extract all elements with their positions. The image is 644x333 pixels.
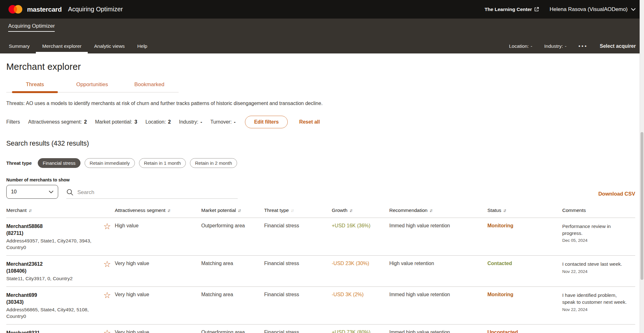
nav-location-filter[interactable]: Location:- (509, 43, 532, 49)
chevron-down-icon (49, 191, 53, 193)
table-controls: Number of merchants to show 10 Download … (6, 177, 635, 199)
table-row[interactable]: Merchant58868 (82711) Address49357, Stat… (6, 218, 635, 255)
bookmark-star-icon[interactable]: ☆ (103, 222, 111, 231)
column-header[interactable]: Recommendation ↓↑ (389, 208, 487, 213)
market-potential: Matching area (201, 261, 264, 282)
growth-value: -USD 3K (2%) (332, 292, 389, 320)
comments-cell: I contacted steve last week. Nov 22, 202… (562, 261, 635, 282)
edit-filters-button[interactable]: Edit filters (245, 116, 288, 128)
tab-bookmarked[interactable]: Bookmarked (121, 81, 178, 92)
table-body: Merchant58868 (82711) Address49357, Stat… (6, 218, 635, 333)
scrollbar-thumb[interactable] (641, 132, 643, 280)
attractiveness-segment: Very high value (115, 330, 201, 333)
recommendation: Immed high value retention (389, 223, 487, 251)
vertical-scrollbar[interactable] (640, 0, 644, 333)
recommendation: Immed high value retention (389, 330, 487, 333)
merchant-name: Merchant9331 (6, 330, 97, 333)
column-header[interactable]: Status ↓↑ (487, 208, 562, 213)
nav-item-help[interactable]: Help (137, 39, 148, 53)
merchant-address: State11, City3917, 0, Country2 (6, 275, 73, 282)
bookmark-star-icon[interactable]: ☆ (103, 260, 111, 269)
table-row[interactable]: Merchant23612 (108406) State11, City3917… (6, 255, 635, 286)
product-tab-acquiring-optimizer[interactable]: Acquiring Optimizer (8, 23, 55, 32)
search-input[interactable] (77, 189, 238, 196)
main-nav: Acquiring Optimizer Summary Merchant exp… (0, 19, 644, 53)
comments-cell: I have identified problem, speak to cust… (562, 292, 635, 320)
sort-icon: ↓↑ (349, 208, 352, 213)
sort-icon: ↓↑ (238, 208, 240, 213)
column-header[interactable]: Merchant ↓↑ (6, 208, 115, 213)
recommendation: High value retention (389, 261, 487, 282)
merchants-count-select[interactable]: 10 (6, 185, 58, 199)
filter-items: Attractiveness segment:2 Market potentia… (28, 119, 236, 125)
nav-item-summary[interactable]: Summary (8, 39, 30, 53)
comment-date: Nov 22, 2024 (562, 307, 630, 312)
threat-type-chip[interactable]: Retain in 2 month (190, 158, 237, 168)
merchant-id: (82711) (6, 230, 97, 237)
threat-type-chip[interactable]: Financial stress (38, 158, 80, 168)
comments-cell: Performance review in progress. Dec 05, … (562, 223, 635, 251)
page-tabs: Threats Opportunities Bookmarked (6, 81, 179, 92)
comments-cell: - (562, 330, 635, 333)
bookmark-star-icon[interactable]: ☆ (103, 291, 111, 300)
search-field (66, 189, 238, 199)
external-link-icon (534, 7, 539, 12)
merchant-address: Address56865, State4, City492, 5108, Cou… (6, 307, 97, 320)
threat-type-chips: Financial stress Retain immediately Reta… (38, 158, 237, 168)
sort-icon: ↓↑ (503, 208, 506, 213)
table-row[interactable]: Merchant699 (30343) Address56865, State4… (6, 286, 635, 324)
nav-item-analytic-views[interactable]: Analytic views (93, 39, 125, 53)
attractiveness-segment: High value (115, 223, 201, 251)
tab-opportunities[interactable]: Opportunities (64, 81, 121, 92)
merchants-count-value: 10 (11, 189, 17, 195)
chevron-down-icon (631, 8, 636, 11)
merchant-address: Address49357, State1, City2470, 3943, Co… (6, 238, 97, 251)
market-potential: Outperforming area (201, 330, 264, 333)
main-content: Merchant explorer Threats Opportunities … (0, 62, 644, 333)
mastercard-logo-icon (8, 5, 23, 14)
merchant-id: (30343) (6, 299, 97, 306)
column-header[interactable]: Market potential ↓↑ (201, 208, 264, 213)
user-name: Helena Rasova (VisualAODemo) (550, 6, 628, 13)
comment-date: Dec 05, 2024 (562, 238, 630, 243)
overflow-menu-button[interactable]: ••• (578, 43, 588, 49)
brand-wordmark: mastercard (27, 6, 62, 13)
threat-type-chip[interactable]: Retain in 1 month (139, 158, 186, 168)
comment-text: I have identified problem, speak to cust… (562, 292, 630, 305)
market-potential: Matching area (201, 292, 264, 320)
table-row[interactable]: Merchant9331 (70496) Address8892, State3… (6, 324, 635, 333)
sort-icon: ↓↑ (291, 208, 293, 213)
status-value: Contacted (487, 261, 562, 282)
threat-type-chip[interactable]: Retain immediately (85, 158, 135, 168)
tab-threats[interactable]: Threats (6, 81, 64, 92)
threat-type: Financial stress (264, 261, 332, 282)
recommendation: Immed high value retention (389, 292, 487, 320)
sort-icon: ↓↑ (429, 208, 432, 213)
threat-type: Financial stress (264, 223, 332, 251)
learning-center-label: The Learning Center (485, 7, 532, 12)
threat-type-row: Threat type Financial stress Retain imme… (6, 158, 635, 168)
nav-industry-filter[interactable]: Industry:- (544, 43, 567, 49)
growth-value: -USD 23K (30%) (332, 261, 389, 282)
download-csv-link[interactable]: Download CSV (598, 191, 635, 197)
comment-date: Nov 22, 2024 (562, 269, 630, 274)
search-icon (66, 189, 74, 196)
status-value: Monitoring (487, 223, 562, 251)
app-title: Acquiring Optimizer (68, 6, 123, 13)
bookmark-star-icon[interactable]: ☆ (103, 329, 111, 333)
reset-all-button[interactable]: Reset all (299, 119, 320, 125)
filter-summary-item: Location:2 (145, 119, 171, 125)
user-menu[interactable]: Helena Rasova (VisualAODemo) (550, 6, 636, 13)
filter-summary-item: Turnover:- (210, 119, 236, 125)
column-header[interactable]: Growth ↓↑ (332, 208, 389, 213)
page-title: Merchant explorer (6, 62, 635, 72)
market-potential: Outperforming area (201, 223, 264, 251)
nav-item-merchant-explorer[interactable]: Merchant explorer (42, 39, 82, 53)
select-acquirer-button[interactable]: Select acquirer (600, 43, 636, 49)
threats-description: Threats: AO uses a models to identify me… (6, 101, 635, 106)
column-header[interactable]: Comments (562, 208, 635, 213)
learning-center-link[interactable]: The Learning Center (485, 7, 539, 12)
merchant-name: Merchant58868 (6, 223, 97, 230)
column-header[interactable]: Threat type ↓↑ (264, 208, 332, 213)
column-header[interactable]: Attractiveness segment ↓↑ (115, 208, 201, 213)
